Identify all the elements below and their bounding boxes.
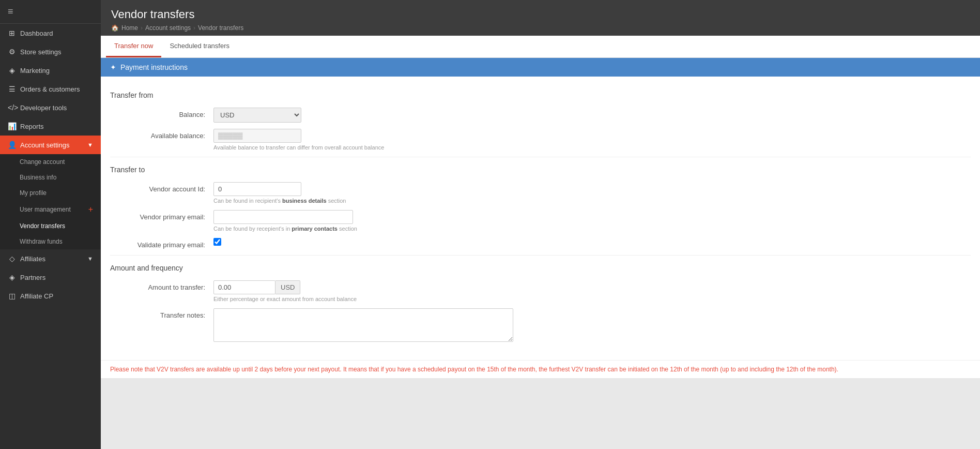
divider2 (110, 255, 971, 256)
vendor-email-input[interactable] (213, 210, 353, 224)
sidebar-item-label: Affiliates (20, 255, 45, 263)
card-header-title: Payment instructions (120, 63, 188, 71)
amount-field: USD Either percentage or exact amount fr… (213, 280, 971, 302)
available-balance-field: Available balance to transfer can differ… (213, 129, 971, 151)
sidebar-item-dashboard[interactable]: ⊞ Dashboard (0, 24, 101, 42)
vendor-id-label: Vendor account Id: (110, 182, 213, 193)
affiliates-icon: ◇ (8, 255, 16, 263)
footer-note-text: Please note that V2V transfers are avail… (110, 366, 838, 373)
sidebar-item-affiliate-cp[interactable]: ◫ Affiliate CP (0, 287, 101, 305)
tab-transfer-now[interactable]: Transfer now (106, 36, 161, 57)
amount-input[interactable] (213, 280, 275, 294)
vendor-email-label: Vendor primary email: (110, 210, 213, 221)
footer-note: Please note that V2V transfers are avail… (101, 360, 980, 378)
store-settings-icon: ⚙ (8, 48, 16, 56)
breadcrumb-sep1: › (141, 24, 143, 32)
amount-frequency-title: Amount and frequency (110, 264, 971, 272)
sidebar: ≡ ⊞ Dashboard ⚙ Store settings ◈ Marketi… (0, 0, 101, 449)
main-content: Transfer now Scheduled transfers ✦ Payme… (101, 36, 980, 449)
sidebar-item-partners[interactable]: ◈ Partners (0, 268, 101, 287)
sidebar-item-developer-tools[interactable]: </> Developer tools (0, 98, 101, 117)
validate-email-field (213, 238, 971, 247)
sidebar-item-label: Marketing (20, 67, 50, 74)
sidebar-item-marketing[interactable]: ◈ Marketing (0, 61, 101, 80)
payment-icon: ✦ (110, 63, 116, 71)
validate-email-label: Validate primary email: (110, 238, 213, 249)
vendor-id-row: Vendor account Id: Can be found in recip… (110, 182, 971, 204)
amount-label: Amount to transfer: (110, 280, 213, 291)
affiliate-cp-icon: ◫ (8, 292, 16, 300)
vendor-id-field: Can be found in recipient's business det… (213, 182, 971, 204)
tabs-bar: Transfer now Scheduled transfers (101, 36, 980, 58)
business-details-link[interactable]: business details (282, 198, 327, 204)
sidebar-item-label: Developer tools (20, 104, 67, 112)
tab-scheduled-transfers[interactable]: Scheduled transfers (161, 36, 238, 57)
transfer-notes-textarea[interactable] (213, 308, 513, 342)
sidebar-logo: ≡ (0, 0, 101, 24)
sidebar-item-label: Partners (20, 274, 45, 281)
sidebar-item-label: Reports (20, 123, 44, 130)
sidebar-item-label: Orders & customers (20, 85, 80, 93)
balance-label: Balance: (110, 108, 213, 118)
home-icon: 🏠 (111, 24, 119, 32)
amount-hint: Either percentage or exact amount from a… (213, 296, 971, 302)
sidebar-item-label: Store settings (20, 48, 62, 56)
available-balance-row: Available balance: Available balance to … (110, 129, 971, 151)
sidebar-subitem-vendor-transfers[interactable]: Vendor transfers (0, 218, 101, 234)
payment-instructions-card: ✦ Payment instructions Transfer from Bal… (101, 58, 980, 378)
sidebar-item-reports[interactable]: 📊 Reports (0, 117, 101, 136)
orders-icon: ☰ (8, 85, 16, 93)
reports-icon: 📊 (8, 122, 16, 130)
amount-row: Amount to transfer: USD Either percentag… (110, 280, 971, 302)
vendor-id-input[interactable] (213, 182, 301, 196)
plus-icon: + (88, 205, 93, 214)
available-balance-label: Available balance: (110, 129, 213, 140)
chevron-down-icon: ▼ (87, 142, 93, 148)
sidebar-subitem-my-profile[interactable]: My profile (0, 185, 101, 201)
page-title: Vendor transfers (111, 8, 970, 21)
sidebar-item-account-settings[interactable]: 👤 Account settings ▼ (0, 136, 101, 154)
account-settings-subnav: Change account Business info My profile … (0, 154, 101, 249)
transfer-notes-row: Transfer notes: (110, 308, 971, 343)
partners-icon: ◈ (8, 273, 16, 281)
validate-email-checkbox[interactable] (213, 238, 221, 246)
dashboard-icon: ⊞ (8, 29, 16, 37)
vendor-email-hint: Can be found by recepient's in primary c… (213, 226, 971, 232)
sidebar-item-affiliates[interactable]: ◇ Affiliates ▼ (0, 249, 101, 268)
card-body: Transfer from Balance: USD EUR GBP Avail… (101, 77, 980, 360)
breadcrumb-sep2: › (193, 24, 195, 32)
available-balance-input (213, 129, 301, 143)
currency-badge: USD (275, 280, 300, 294)
amount-wrapper: USD (213, 280, 971, 294)
account-settings-icon: 👤 (8, 141, 16, 149)
breadcrumb-current: Vendor transfers (198, 24, 243, 32)
balance-select[interactable]: USD EUR GBP (213, 108, 301, 123)
divider1 (110, 157, 971, 157)
transfer-notes-label: Transfer notes: (110, 308, 213, 319)
main-header: Vendor transfers 🏠 Home › Account settin… (101, 0, 980, 36)
sidebar-item-store-settings[interactable]: ⚙ Store settings (0, 42, 101, 61)
sidebar-subitem-user-management[interactable]: User management + (0, 201, 101, 218)
balance-field: USD EUR GBP (213, 108, 971, 123)
marketing-icon: ◈ (8, 66, 16, 74)
chevron-right-icon: ▼ (87, 256, 93, 262)
primary-contacts-link[interactable]: primary contacts (292, 226, 338, 232)
sidebar-item-label: Dashboard (20, 29, 53, 37)
sidebar-subitem-withdraw-funds[interactable]: Withdraw funds (0, 234, 101, 249)
sidebar-subitem-change-account[interactable]: Change account (0, 154, 101, 170)
transfer-notes-field (213, 308, 971, 343)
sidebar-item-label: Account settings (20, 141, 69, 149)
vendor-email-row: Vendor primary email: Can be found by re… (110, 210, 971, 232)
sidebar-item-orders-customers[interactable]: ☰ Orders & customers (0, 80, 101, 98)
transfer-to-title: Transfer to (110, 166, 971, 174)
available-balance-hint: Available balance to transfer can differ… (213, 144, 971, 151)
breadcrumb-home[interactable]: Home (121, 24, 138, 32)
card-header: ✦ Payment instructions (101, 58, 980, 77)
transfer-from-title: Transfer from (110, 91, 971, 99)
breadcrumb-account-settings[interactable]: Account settings (145, 24, 191, 32)
main-content-area: Vendor transfers 🏠 Home › Account settin… (101, 0, 980, 449)
developer-tools-icon: </> (8, 103, 16, 112)
validate-email-row: Validate primary email: (110, 238, 971, 249)
vendor-email-field: Can be found by recepient's in primary c… (213, 210, 971, 232)
sidebar-subitem-business-info[interactable]: Business info (0, 170, 101, 185)
